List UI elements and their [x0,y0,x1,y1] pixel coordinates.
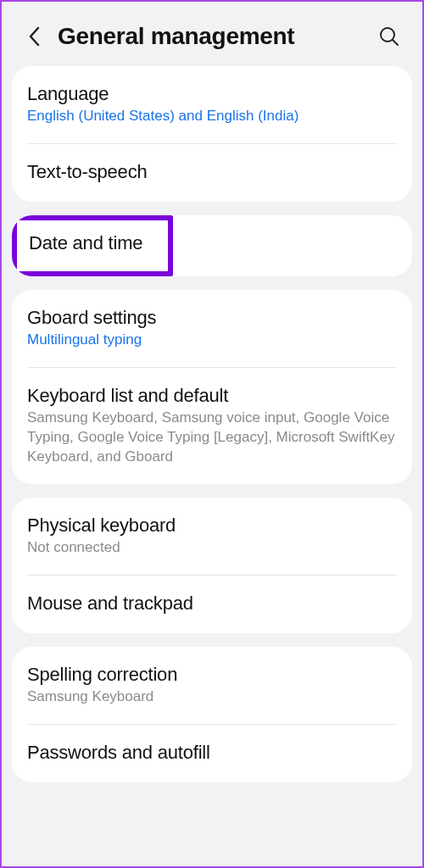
row-subtitle: Multilingual typing [27,331,397,350]
svg-line-1 [393,40,398,45]
row-title: Text-to-speech [27,161,397,183]
row-title: Mouse and trackpad [27,593,397,615]
setting-date-and-time[interactable]: Date and time [12,215,412,276]
search-icon [378,25,400,47]
row-title: Keyboard list and default [27,385,397,407]
page-title: General management [58,23,375,50]
settings-group: Physical keyboard Not connected Mouse an… [12,498,412,633]
setting-mouse-and-trackpad[interactable]: Mouse and trackpad [12,576,412,633]
settings-group: Spelling correction Samsung Keyboard Pas… [12,647,412,782]
setting-keyboard-list-and-default[interactable]: Keyboard list and default Samsung Keyboa… [12,368,412,484]
row-subtitle: Samsung Keyboard [27,687,397,707]
row-title: Physical keyboard [27,515,397,537]
row-subtitle: Samsung Keyboard, Samsung voice input, G… [27,409,397,467]
row-title: Language [27,83,397,105]
settings-group: Date and time [12,215,412,276]
search-button[interactable] [375,22,404,51]
app-header: General management [2,2,422,66]
settings-group: Gboard settings Multilingual typing Keyb… [12,290,412,484]
row-subtitle: English (United States) and English (Ind… [27,107,397,126]
setting-passwords-and-autofill[interactable]: Passwords and autofill [12,725,412,782]
settings-screen: General management Language English (Uni… [0,0,424,868]
back-button[interactable] [20,22,49,51]
row-title: Gboard settings [27,307,397,329]
setting-text-to-speech[interactable]: Text-to-speech [12,144,412,202]
setting-language[interactable]: Language English (United States) and Eng… [12,66,412,143]
chevron-left-icon [26,25,43,48]
settings-group: Language English (United States) and Eng… [12,66,412,202]
setting-physical-keyboard[interactable]: Physical keyboard Not connected [12,498,412,575]
setting-spelling-correction[interactable]: Spelling correction Samsung Keyboard [12,647,412,724]
row-title: Spelling correction [27,664,397,686]
row-title: Date and time [29,232,156,254]
row-subtitle: Not connected [27,538,397,558]
row-title: Passwords and autofill [27,742,397,764]
setting-gboard[interactable]: Gboard settings Multilingual typing [12,290,412,367]
